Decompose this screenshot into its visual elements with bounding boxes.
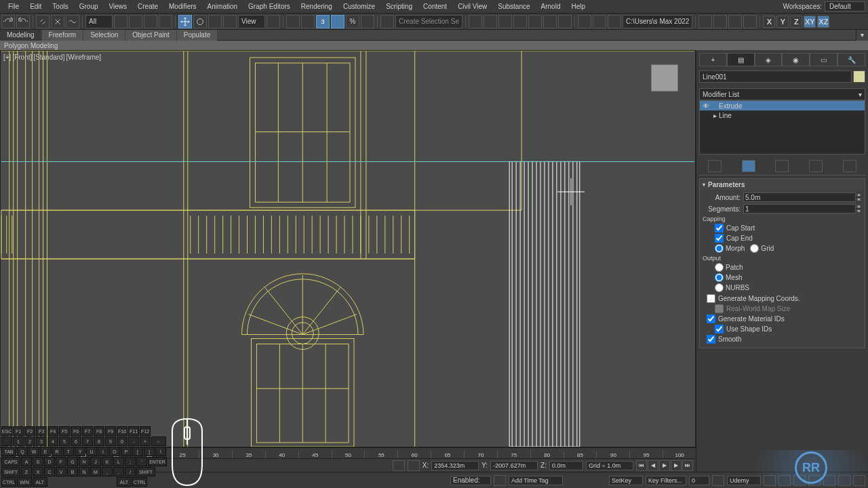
bind-space-warp-button[interactable]: [66, 15, 79, 28]
ribbon-tab-object-paint[interactable]: Object Paint: [125, 30, 176, 41]
add-time-tag-button[interactable]: Add Time Tag: [509, 476, 563, 485]
time-config-button[interactable]: [712, 475, 724, 486]
tool2-button[interactable]: [728, 15, 742, 28]
menu-arnold[interactable]: Arnold: [536, 3, 566, 10]
nav-maximize-button[interactable]: [853, 475, 865, 486]
cmdtab-utilities[interactable]: 🔧: [837, 53, 865, 66]
menu-create[interactable]: Create: [132, 3, 163, 10]
workspaces-dropdown[interactable]: Default: [825, 1, 865, 12]
smooth-checkbox[interactable]: [707, 335, 715, 344]
menu-customize[interactable]: Customize: [338, 3, 380, 10]
pin-stack-button[interactable]: [708, 160, 722, 172]
cmdtab-motion[interactable]: ◉: [782, 53, 810, 66]
object-name-field[interactable]: Line001: [699, 70, 852, 83]
cap-end-checkbox[interactable]: [715, 234, 724, 243]
named-selection-dropdown[interactable]: Create Selection Se: [395, 15, 462, 28]
schematic-view-button[interactable]: [543, 15, 557, 28]
key-filters-button[interactable]: Key Filters...: [646, 476, 686, 485]
visibility-icon[interactable]: 👁: [701, 102, 711, 110]
play-button[interactable]: ▶: [659, 460, 670, 471]
next-frame-button[interactable]: ▶: [671, 460, 682, 471]
menu-content[interactable]: Content: [418, 3, 452, 10]
angle-snap-button[interactable]: [331, 15, 344, 28]
cmdtab-display[interactable]: ▭: [810, 53, 837, 66]
axis-x-button[interactable]: X: [763, 16, 775, 28]
set-key-button[interactable]: SetKey: [609, 476, 643, 485]
use-shape-ids-checkbox[interactable]: [715, 325, 724, 333]
show-end-result-button[interactable]: [742, 160, 755, 172]
y-coord-field[interactable]: -2007.627m: [490, 461, 538, 470]
use-pivot-button[interactable]: [267, 15, 280, 28]
output-mesh-radio[interactable]: [715, 273, 724, 282]
nav-orbit-button[interactable]: [838, 475, 850, 486]
snap-toggle-3-button[interactable]: 3: [316, 15, 330, 28]
redo-button[interactable]: [16, 15, 30, 28]
rectangular-selection-button[interactable]: [144, 15, 157, 28]
select-by-name-button[interactable]: [129, 15, 142, 28]
script-listener-button[interactable]: [494, 475, 506, 486]
render-production-button[interactable]: [608, 15, 621, 28]
menu-modifiers[interactable]: Modifiers: [163, 3, 202, 10]
select-rotate-button[interactable]: [193, 15, 207, 28]
cmdtab-create[interactable]: +: [699, 53, 727, 66]
goto-start-button[interactable]: ⏮: [636, 460, 647, 471]
edit-named-selection-button[interactable]: [380, 15, 394, 28]
menu-scripting[interactable]: Scripting: [380, 3, 418, 10]
isolate-selection-button[interactable]: [393, 460, 405, 471]
material-editor-button[interactable]: [558, 15, 572, 28]
select-scale-button[interactable]: [208, 15, 222, 28]
tool1-button[interactable]: [713, 15, 727, 28]
link-button[interactable]: [36, 15, 50, 28]
remove-modifier-button[interactable]: [809, 160, 823, 172]
select-move-button[interactable]: [178, 15, 192, 28]
nav-zoom-button[interactable]: [764, 475, 776, 486]
goto-end-button[interactable]: ⏭: [682, 460, 693, 471]
keyboard-shortcut-override-button[interactable]: [301, 15, 315, 28]
output-patch-radio[interactable]: [715, 263, 724, 272]
menu-edit[interactable]: Edit: [24, 3, 47, 10]
object-color-swatch[interactable]: [853, 70, 865, 83]
output-nurbs-radio[interactable]: [715, 283, 724, 292]
mirror-button[interactable]: [469, 15, 482, 28]
select-object-button[interactable]: [114, 15, 127, 28]
ref-coord-dropdown[interactable]: View: [238, 15, 265, 28]
axis-xy-button[interactable]: XY: [804, 16, 816, 28]
nav-pan-button[interactable]: [823, 475, 835, 486]
axis-z-button[interactable]: Z: [790, 16, 802, 28]
unlink-button[interactable]: [51, 15, 64, 28]
menu-help[interactable]: Help: [566, 3, 591, 10]
menu-group[interactable]: Group: [74, 3, 104, 10]
rollout-parameters-header[interactable]: Parameters: [700, 179, 865, 190]
gen-mapping-coords-checkbox[interactable]: [707, 294, 715, 303]
cap-grid-radio[interactable]: [750, 244, 759, 253]
menu-graph-editors[interactable]: Graph Editors: [243, 3, 296, 10]
menu-tools[interactable]: Tools: [47, 3, 73, 10]
selection-filter-dropdown[interactable]: All: [85, 15, 113, 28]
x-coord-field[interactable]: 2354.323m: [431, 461, 479, 470]
cmdtab-hierarchy[interactable]: ◈: [755, 53, 783, 66]
cap-morph-radio[interactable]: [715, 244, 724, 253]
ribbon-tab-populate[interactable]: Populate: [177, 30, 217, 41]
spinner-snap-button[interactable]: [361, 15, 374, 28]
menu-file[interactable]: File: [3, 3, 24, 10]
curve-editor-button[interactable]: [528, 15, 542, 28]
undo-button[interactable]: [1, 15, 15, 28]
modifier-extrude[interactable]: 👁 Extrude: [700, 101, 865, 110]
toggle-ribbon-button[interactable]: [513, 15, 527, 28]
modifier-line[interactable]: ▸ Line: [700, 110, 865, 120]
frame-input[interactable]: 0: [689, 476, 709, 485]
menu-substance[interactable]: Substance: [492, 3, 535, 10]
select-manipulate-button[interactable]: [286, 15, 300, 28]
ribbon-dropdown-icon[interactable]: ▾: [856, 30, 868, 41]
amount-spinner[interactable]: [743, 192, 856, 202]
selection-lock-button[interactable]: [408, 460, 420, 471]
select-place-button[interactable]: [223, 15, 237, 28]
ribbon-tab-modeling[interactable]: Modeling: [0, 30, 41, 41]
render-setup-button[interactable]: [578, 15, 591, 28]
ribbon-tab-freeform[interactable]: Freeform: [42, 30, 83, 41]
gen-material-ids-checkbox[interactable]: [707, 314, 715, 323]
modifier-stack[interactable]: 👁 Extrude ▸ Line: [699, 100, 865, 155]
nav-fov-button[interactable]: [808, 475, 821, 486]
nav-zoom-all-button[interactable]: [778, 475, 791, 486]
cmdtab-modify[interactable]: ▤: [727, 53, 755, 66]
